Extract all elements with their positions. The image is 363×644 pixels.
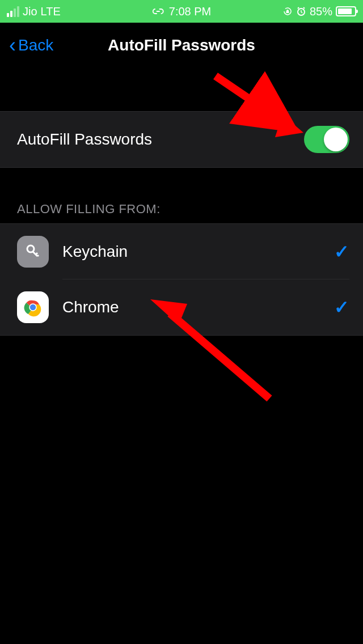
checkmark-icon: ✓ bbox=[334, 296, 349, 318]
network-label: LTE bbox=[41, 5, 61, 18]
provider-row-keychain[interactable]: Keychain ✓ bbox=[0, 224, 363, 279]
checkmark-icon: ✓ bbox=[334, 241, 349, 262]
autofill-toggle[interactable] bbox=[304, 126, 349, 153]
clock: 7:08 PM bbox=[169, 5, 211, 18]
battery-percent: 85% bbox=[310, 5, 332, 18]
signal-icon bbox=[7, 6, 19, 17]
autofill-toggle-label: AutoFill Passwords bbox=[17, 130, 152, 149]
keychain-icon bbox=[17, 236, 49, 268]
status-left: Jio LTE bbox=[7, 5, 61, 18]
back-label: Back bbox=[18, 36, 53, 54]
battery-icon bbox=[336, 6, 356, 16]
status-right: 85% bbox=[282, 5, 356, 18]
back-button[interactable]: ‹ Back bbox=[9, 35, 53, 56]
carrier-label: Jio bbox=[23, 5, 37, 18]
provider-label: Keychain bbox=[62, 243, 334, 261]
page-title: AutoFill Passwords bbox=[108, 36, 255, 54]
provider-row-chrome[interactable]: Chrome ✓ bbox=[0, 279, 363, 335]
chevron-left-icon: ‹ bbox=[9, 35, 16, 56]
alarm-icon bbox=[296, 6, 306, 16]
lock-rotation-icon bbox=[282, 6, 293, 16]
autofill-toggle-row: AutoFill Passwords bbox=[0, 111, 363, 168]
chrome-icon bbox=[17, 291, 49, 323]
status-center: 7:08 PM bbox=[152, 5, 211, 18]
nav-bar: ‹ Back AutoFill Passwords bbox=[0, 23, 363, 68]
status-bar: Jio LTE 7:08 PM 85% bbox=[0, 0, 363, 23]
svg-point-2 bbox=[29, 248, 32, 250]
toggle-knob bbox=[324, 128, 348, 151]
section-header: ALLOW FILLING FROM: bbox=[0, 168, 363, 223]
providers-list: Keychain ✓ Chrome ✓ bbox=[0, 223, 363, 336]
link-icon bbox=[152, 7, 164, 15]
provider-label: Chrome bbox=[62, 298, 334, 316]
